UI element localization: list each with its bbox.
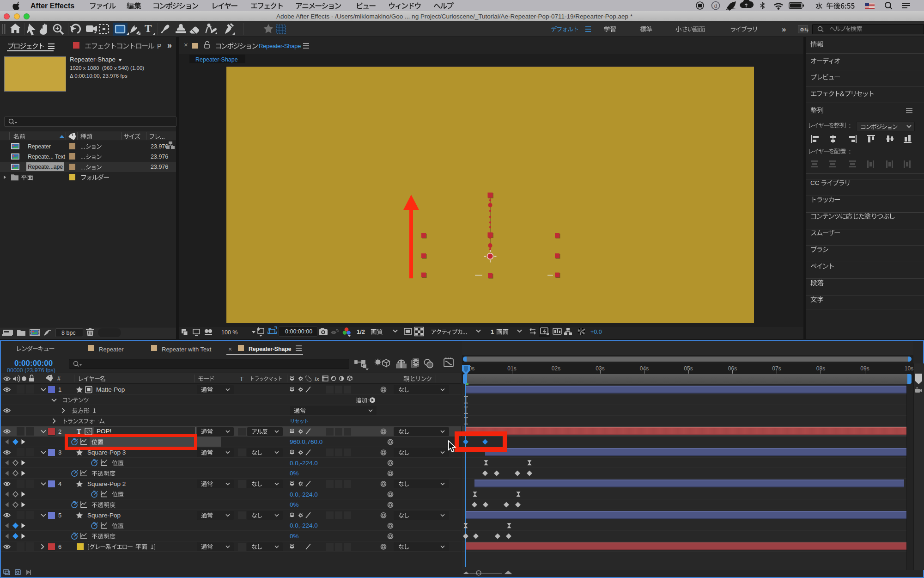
svg-text:d: d [714,3,717,9]
svg-text:⚙⇆: ⚙⇆ [800,27,808,32]
